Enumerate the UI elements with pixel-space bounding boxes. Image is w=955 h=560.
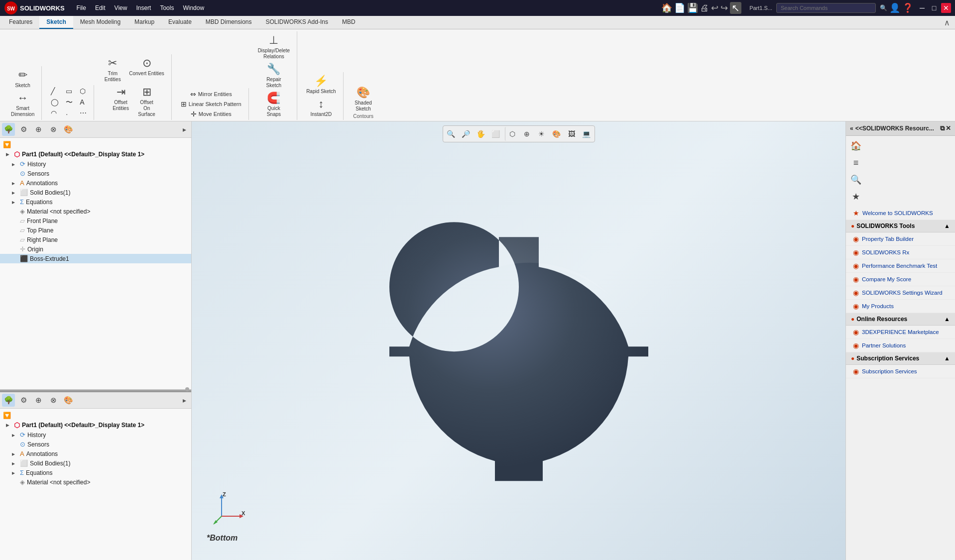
display-style-btn[interactable]: ☀ — [535, 127, 549, 141]
welcome-item[interactable]: ★ Welcome to SOLIDWORKS — [846, 207, 955, 220]
tab-evaluate[interactable]: Evaluate — [161, 16, 199, 29]
standard-views-btn[interactable]: ⬜ — [489, 127, 503, 141]
menu-view[interactable]: View — [111, 2, 131, 13]
viewport[interactable]: 🔍 🔎 🖐 ⬜ ⬡ ⊕ ☀ 🎨 🖼 💻 — [192, 121, 845, 560]
tree-root-bottom[interactable]: ▸ ⬡ Part1 (Default) <<Default>_Display S… — [0, 420, 191, 430]
dim-xpert-btn-2[interactable]: ⊗ — [47, 394, 60, 407]
ribbon-collapse-button[interactable]: ∧ — [941, 16, 953, 29]
performance-benchmark-item[interactable]: ◉ Performance Benchmark Test — [846, 259, 955, 273]
display-delete-relations-button[interactable]: ⊥ Display/DeleteRelations — [255, 32, 293, 61]
tab-mbd[interactable]: MBD — [335, 16, 362, 29]
line-button[interactable]: ╱ — [48, 86, 62, 96]
tree-item-boss-extrude[interactable]: ⬛ Boss-Extrude1 — [0, 254, 191, 263]
section-view-btn[interactable]: ⊕ — [520, 127, 534, 141]
undo-icon[interactable]: ↩ — [711, 2, 718, 13]
tree-item-right-plane[interactable]: ▱ Right Plane — [0, 235, 191, 244]
polygon-button[interactable]: ⬡ — [77, 86, 90, 96]
rectangle-button[interactable]: ▭ — [63, 86, 76, 96]
configuration-manager-btn[interactable]: ⊕ — [32, 123, 45, 136]
restore-button[interactable]: □ — [929, 3, 939, 13]
resources-favorites-btn[interactable]: ★ — [848, 189, 864, 205]
tab-solidworks-addins[interactable]: SOLIDWORKS Add-Ins — [259, 16, 335, 29]
tab-sketch[interactable]: Sketch — [39, 16, 73, 29]
edit-appearance-btn[interactable]: 🎨 — [550, 127, 564, 141]
menu-tools[interactable]: Tools — [156, 2, 178, 13]
tree-item-annotations-2[interactable]: ▸ A Annotations — [0, 449, 191, 458]
solidworks-rx-item[interactable]: ◉ SOLIDWORKS Rx — [846, 246, 955, 259]
redo-icon[interactable]: ↪ — [720, 2, 728, 13]
tab-markup[interactable]: Markup — [127, 16, 161, 29]
solidworks-tools-header[interactable]: ● SOLIDWORKS Tools ▲ — [846, 220, 955, 232]
tab-mbd-dimensions[interactable]: MBD Dimensions — [199, 16, 259, 29]
my-products-item[interactable]: ◉ My Products — [846, 300, 955, 313]
quick-snaps-button[interactable]: 🧲 QuickSnaps — [260, 90, 288, 119]
settings-wizard-item[interactable]: ◉ SOLIDWORKS Settings Wizard — [846, 286, 955, 300]
circle-button[interactable]: ◯ — [48, 97, 62, 107]
offset-surface-button[interactable]: ⊞ OffsetOnSurface — [134, 84, 159, 119]
tree-item-top-plane[interactable]: ▱ Top Plane — [0, 225, 191, 235]
compare-score-item[interactable]: ◉ Compare My Score — [846, 273, 955, 286]
menu-file[interactable]: File — [73, 2, 90, 13]
arc-button[interactable]: ◠ — [48, 108, 62, 118]
panel-float-btn[interactable]: ⧉ — [940, 124, 945, 132]
print-icon[interactable]: 🖨 — [700, 3, 709, 13]
tree-expand-top-btn[interactable]: ▸ — [179, 124, 189, 134]
subscription-services-header[interactable]: ● Subscription Services ▲ — [846, 352, 955, 365]
subscription-services-item[interactable]: ◉ Subscription Services — [846, 365, 955, 378]
tree-item-sensors-2[interactable]: ⊙ Sensors — [0, 440, 191, 449]
property-tab-builder-item[interactable]: ◉ Property Tab Builder — [846, 232, 955, 246]
tree-resize-handle[interactable] — [0, 390, 191, 392]
tree-item-solid-bodies-2[interactable]: ▸ ⬜ Solid Bodies(1) — [0, 458, 191, 468]
partner-solutions-item[interactable]: ◉ Partner Solutions — [846, 339, 955, 352]
scene-btn[interactable]: 🖼 — [565, 127, 579, 141]
dim-xpert-btn[interactable]: ⊗ — [47, 123, 60, 136]
resources-list-btn[interactable]: ≡ — [848, 155, 864, 171]
tab-features[interactable]: Features — [2, 16, 39, 29]
search-icon[interactable]: 🔍 — [880, 4, 887, 11]
save-icon[interactable]: 💾 — [687, 2, 698, 13]
property-manager-btn[interactable]: ⚙ — [17, 123, 30, 136]
online-resources-header[interactable]: ● Online Resources ▲ — [846, 313, 955, 326]
property-manager-btn-2[interactable]: ⚙ — [17, 394, 30, 407]
shaded-sketch-button[interactable]: 🎨 ShadedSketch — [350, 85, 377, 113]
smart-dimension-button[interactable]: ↔ SmartDimension — [8, 90, 37, 119]
tree-item-origin[interactable]: ✛ Origin — [0, 244, 191, 254]
sketch-button[interactable]: ✏ Sketch — [9, 67, 37, 90]
spline-button[interactable]: 〜 — [63, 97, 76, 108]
tree-item-front-plane[interactable]: ▱ Front Plane — [0, 216, 191, 225]
offset-entities-button[interactable]: ⇥ OffsetEntities — [109, 84, 133, 119]
tree-item-equations-2[interactable]: ▸ Σ Equations — [0, 468, 191, 477]
tree-item-history[interactable]: ▸ ⟳ History — [0, 159, 191, 169]
user-icon[interactable]: 👤 — [889, 2, 900, 13]
configuration-manager-btn-2[interactable]: ⊕ — [32, 394, 45, 407]
point-button[interactable]: · — [63, 109, 76, 119]
zoom-to-fit-btn[interactable]: 🔍 — [444, 127, 458, 141]
tab-mesh-modeling[interactable]: Mesh Modeling — [73, 16, 127, 29]
menu-window[interactable]: Window — [179, 2, 208, 13]
tree-expand-bottom-btn[interactable]: ▸ — [179, 395, 189, 405]
feature-manager-btn[interactable]: 🌳 — [2, 123, 15, 136]
tree-item-sensors[interactable]: ⊙ Sensors — [0, 169, 191, 178]
home-icon[interactable]: 🏠 — [661, 2, 672, 13]
resources-search-btn[interactable]: 🔍 — [848, 172, 864, 188]
panel-close-btn[interactable]: ✕ — [946, 124, 951, 132]
new-file-icon[interactable]: 📄 — [674, 2, 685, 13]
tree-root-top[interactable]: ▸ ⬡ Part1 (Default) <<Default>_Display S… — [0, 149, 191, 159]
3dexperience-item[interactable]: ◉ 3DEXPERIENCE Marketplace — [846, 326, 955, 339]
tree-item-history-2[interactable]: ▸ ⟳ History — [0, 430, 191, 440]
rapid-sketch-button[interactable]: ⚡ Rapid Sketch — [303, 73, 339, 96]
menu-insert[interactable]: Insert — [132, 2, 155, 13]
display-manager-btn[interactable]: 🎨 — [62, 123, 75, 136]
help-icon[interactable]: ❓ — [902, 2, 913, 13]
tree-item-solid-bodies[interactable]: ▸ ⬜ Solid Bodies(1) — [0, 188, 191, 197]
close-button[interactable]: ✕ — [941, 3, 951, 13]
linear-sketch-pattern-button[interactable]: ⊞ Linear Sketch Pattern — [178, 99, 244, 109]
resources-home-btn[interactable]: 🏠 — [848, 138, 864, 154]
menu-edit[interactable]: Edit — [91, 2, 110, 13]
minimize-button[interactable]: ─ — [917, 3, 927, 13]
trim-entities-button[interactable]: ✂ TrimEntities — [100, 55, 125, 84]
repair-sketch-button[interactable]: 🔧 RepairSketch — [260, 61, 288, 90]
mirror-entities-button[interactable]: ⇔ Mirror Entities — [187, 89, 235, 99]
search-commands-input[interactable] — [776, 3, 876, 13]
instant2d-button[interactable]: ↕ Instant2D — [307, 96, 335, 119]
